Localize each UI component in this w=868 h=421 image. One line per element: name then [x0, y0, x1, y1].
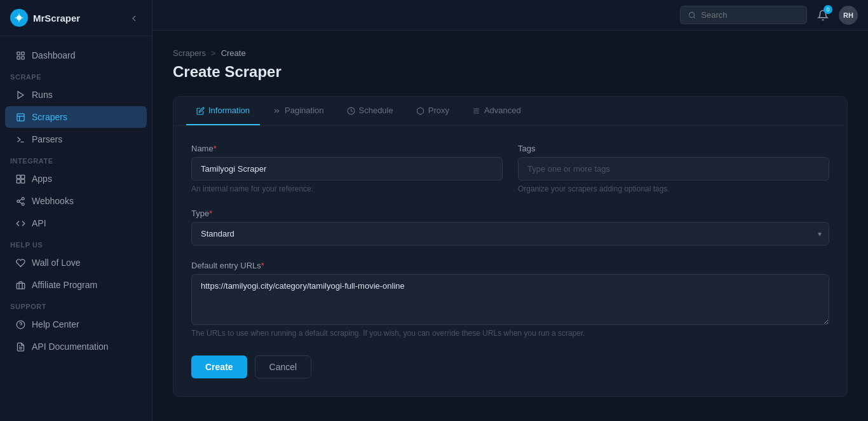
- sidebar-item-webhooks[interactable]: Webhooks: [5, 190, 147, 212]
- urls-required-star: *: [261, 261, 264, 270]
- page-title: Create Scraper: [173, 63, 848, 81]
- svg-point-20: [689, 12, 695, 17]
- sidebar-item-wall-of-love[interactable]: Wall of Love: [5, 252, 147, 273]
- scrapers-label: Scrapers: [32, 112, 67, 122]
- collapse-button[interactable]: [126, 10, 142, 26]
- type-group: Type* Standard API Browser ▾: [191, 209, 829, 245]
- breadcrumb-current: Create: [221, 48, 246, 58]
- sidebar-item-dashboard[interactable]: Dashboard: [5, 45, 147, 66]
- breadcrumb-separator: >: [211, 48, 216, 58]
- schedule-tab-icon: [347, 106, 355, 115]
- type-select[interactable]: Standard API Browser: [191, 222, 829, 245]
- sidebar-item-parsers[interactable]: Parsers: [5, 128, 147, 150]
- logo-area: MrScraper: [10, 9, 80, 27]
- svg-rect-6: [17, 113, 24, 120]
- name-tags-row: Name* An internal name for your referenc…: [191, 144, 829, 193]
- support-section-label: Support: [0, 296, 152, 313]
- urls-row: Default entry URLs* The URLs to use when…: [191, 261, 829, 338]
- sidebar-item-affiliate[interactable]: Affiliate Program: [5, 274, 147, 296]
- svg-rect-10: [17, 179, 20, 183]
- tab-schedule-label: Schedule: [359, 106, 393, 115]
- api-docs-label: API Documentation: [32, 342, 109, 352]
- type-required-star: *: [209, 209, 212, 218]
- tags-group: Tags Organize your scrapers adding optio…: [518, 144, 829, 193]
- help-center-label: Help Center: [32, 319, 79, 329]
- tags-input[interactable]: [518, 157, 829, 181]
- help-section-label: Help Us: [0, 235, 152, 251]
- integrate-section-label: Integrate: [0, 151, 152, 167]
- api-icon: [15, 218, 25, 228]
- sidebar-item-apps[interactable]: Apps: [5, 168, 147, 190]
- svg-point-13: [17, 200, 19, 202]
- logo-text: MrScraper: [33, 13, 80, 24]
- dashboard-icon: [15, 50, 25, 60]
- dashboard-label: Dashboard: [32, 50, 76, 60]
- logo-icon: [10, 9, 28, 27]
- breadcrumb: Scrapers > Create: [173, 48, 848, 58]
- tab-pagination-label: Pagination: [285, 106, 323, 115]
- parsers-label: Parsers: [32, 134, 62, 144]
- urls-group: Default entry URLs* The URLs to use when…: [191, 261, 829, 338]
- apps-label: Apps: [32, 174, 52, 184]
- tab-advanced[interactable]: Advanced: [462, 97, 531, 125]
- tab-proxy[interactable]: Proxy: [406, 97, 459, 125]
- affiliate-label: Affiliate Program: [32, 280, 97, 290]
- runs-label: Runs: [32, 90, 53, 100]
- sidebar-item-runs[interactable]: Runs: [5, 84, 147, 106]
- api-docs-icon: [15, 342, 25, 352]
- parsers-icon: [15, 134, 25, 144]
- breadcrumb-parent[interactable]: Scrapers: [173, 48, 206, 58]
- type-row: Type* Standard API Browser ▾: [191, 209, 829, 245]
- sidebar: MrScraper Dashboard Scrape: [0, 0, 153, 421]
- runs-icon: [15, 90, 25, 100]
- tab-advanced-label: Advanced: [484, 106, 521, 115]
- help-icon: [15, 319, 25, 329]
- cancel-button[interactable]: Cancel: [255, 355, 312, 378]
- svg-point-14: [22, 203, 24, 205]
- webhooks-icon: [15, 196, 25, 206]
- svg-rect-4: [21, 56, 24, 59]
- scrapers-icon: [15, 112, 25, 122]
- svg-rect-1: [17, 52, 19, 54]
- wall-of-love-label: Wall of Love: [32, 258, 81, 268]
- notification-button[interactable]: 0: [815, 6, 831, 24]
- search-box[interactable]: [680, 6, 807, 24]
- svg-point-12: [22, 197, 24, 200]
- main-wrapper: 0 RH Scrapers > Create Create Scraper: [153, 0, 868, 421]
- name-label: Name*: [191, 144, 503, 153]
- form-card: Information Pagination: [173, 96, 848, 397]
- svg-line-21: [694, 17, 695, 18]
- sidebar-item-help-center[interactable]: Help Center: [5, 314, 147, 335]
- type-label: Type*: [191, 209, 829, 218]
- tab-information[interactable]: Information: [186, 97, 260, 125]
- sidebar-header: MrScraper: [0, 0, 152, 36]
- sidebar-item-api[interactable]: API: [5, 212, 147, 234]
- sidebar-item-api-docs[interactable]: API Documentation: [5, 336, 147, 357]
- tab-pagination[interactable]: Pagination: [262, 97, 334, 125]
- tab-information-label: Information: [208, 106, 250, 115]
- information-tab-icon: [196, 106, 205, 115]
- tags-hint: Organize your scrapers adding optional t…: [518, 184, 829, 193]
- apps-icon: [15, 174, 25, 184]
- name-group: Name* An internal name for your referenc…: [191, 144, 503, 193]
- svg-rect-11: [21, 179, 25, 183]
- svg-rect-2: [21, 52, 24, 54]
- heart-icon: [15, 258, 25, 268]
- tab-schedule[interactable]: Schedule: [337, 97, 403, 125]
- api-label: API: [32, 218, 46, 228]
- name-required-star: *: [214, 144, 217, 153]
- topbar: 0 RH: [153, 0, 868, 31]
- name-input[interactable]: [191, 157, 503, 181]
- avatar: RH: [839, 6, 858, 25]
- svg-marker-5: [18, 91, 24, 98]
- sidebar-nav: Dashboard Scrape Runs Scrapers: [0, 36, 152, 421]
- tabs-bar: Information Pagination: [173, 97, 847, 126]
- sidebar-item-scrapers[interactable]: Scrapers: [5, 106, 147, 128]
- search-input[interactable]: [701, 10, 799, 20]
- svg-rect-9: [21, 175, 25, 179]
- svg-rect-8: [17, 175, 20, 179]
- svg-rect-3: [17, 56, 19, 59]
- urls-textarea[interactable]: [191, 274, 829, 325]
- create-button[interactable]: Create: [191, 355, 247, 378]
- content-area: Scrapers > Create Create Scraper Informa…: [153, 31, 868, 421]
